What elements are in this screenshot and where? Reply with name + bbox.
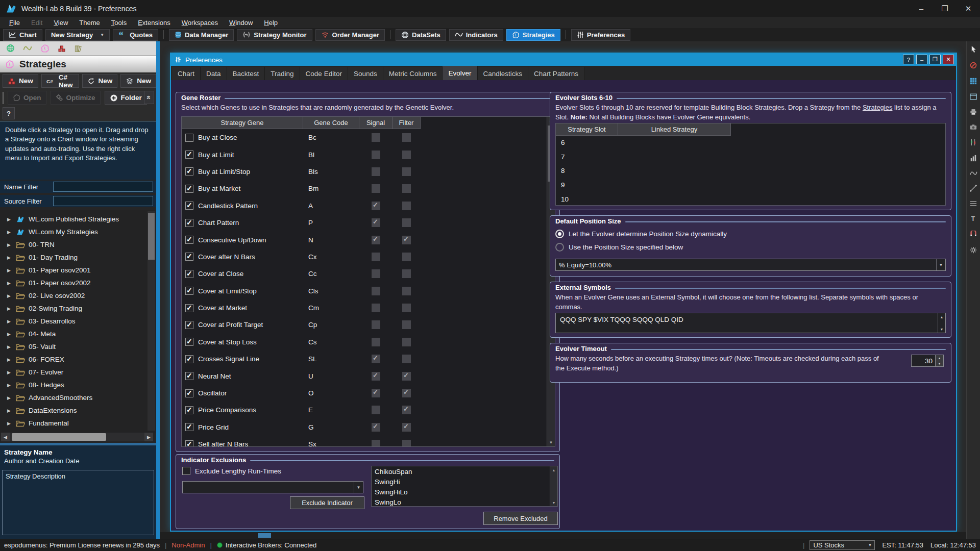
- chevron-right-icon[interactable]: ▶: [7, 370, 12, 375]
- gene-filter-checkbox[interactable]: [402, 423, 411, 432]
- prefs-maximize-button[interactable]: ❐: [929, 55, 941, 64]
- tool-fibonacci-icon[interactable]: [970, 201, 977, 207]
- column-header-strategy-slot[interactable]: Strategy Slot: [556, 123, 618, 136]
- slot-row-6[interactable]: 6: [556, 136, 945, 150]
- scroll-down-icon[interactable]: ▼: [938, 325, 945, 333]
- gene-enabled-checkbox[interactable]: [185, 253, 193, 261]
- scroll-up-icon[interactable]: ▲: [938, 313, 945, 320]
- gene-signal-checkbox[interactable]: [372, 440, 380, 446]
- scroll-left-icon[interactable]: ◀: [1, 433, 10, 441]
- tab-evolver[interactable]: Evolver: [443, 66, 477, 80]
- tool-candles-icon[interactable]: [970, 139, 977, 146]
- slot-row-10[interactable]: 10: [556, 192, 945, 206]
- books-icon[interactable]: [74, 44, 83, 53]
- menu-help[interactable]: Help: [259, 18, 283, 27]
- tool-bars-icon[interactable]: [970, 155, 977, 162]
- open-strategy-button[interactable]: Open: [8, 91, 46, 105]
- tool-printer-icon[interactable]: [970, 109, 977, 115]
- menu-file[interactable]: File: [4, 18, 25, 27]
- menu-extensions[interactable]: Extensions: [133, 18, 176, 27]
- gene-filter-checkbox[interactable]: [402, 355, 411, 363]
- wave-olive-icon[interactable]: [23, 45, 32, 52]
- chevron-down-icon[interactable]: ▼: [936, 259, 945, 270]
- chevron-right-icon[interactable]: ▶: [7, 268, 12, 273]
- gene-enabled-checkbox[interactable]: [185, 236, 193, 244]
- data-manager-button[interactable]: Data Manager: [169, 29, 234, 41]
- menu-tools[interactable]: Tools: [106, 18, 132, 27]
- chevron-right-icon[interactable]: ▶: [7, 255, 12, 260]
- chevron-right-icon[interactable]: ▶: [7, 421, 12, 426]
- optimize-button[interactable]: Optimize: [51, 91, 101, 105]
- app-restore-button[interactable]: ❐: [933, 0, 957, 17]
- external-symbols-textarea[interactable]: QQQ SPY $VIX TQQQ SQQQ QLD QID ▲ ▼: [555, 313, 946, 333]
- quotes-button[interactable]: “Quotes: [113, 29, 158, 41]
- gene-filter-checkbox[interactable]: [402, 133, 411, 142]
- app-minimize-button[interactable]: –: [910, 0, 933, 17]
- slot-row-9[interactable]: 9: [556, 178, 945, 192]
- menu-theme[interactable]: Theme: [74, 18, 105, 27]
- new-strategy-button-4[interactable]: New: [120, 74, 156, 88]
- gene-signal-checkbox[interactable]: [372, 269, 380, 278]
- scrollbar-thumb[interactable]: [258, 533, 271, 538]
- tree-item-01-day-trading[interactable]: ▶01- Day Trading: [0, 251, 156, 264]
- tab-data[interactable]: Data: [201, 67, 227, 80]
- gene-enabled-checkbox[interactable]: [185, 423, 193, 431]
- datasets-button[interactable]: DataSets: [396, 29, 446, 41]
- gene-signal-checkbox[interactable]: [372, 151, 380, 159]
- spinner[interactable]: ▲ ▼: [936, 355, 944, 367]
- gene-enabled-checkbox[interactable]: [185, 304, 193, 312]
- tab-backtest[interactable]: Backtest: [227, 67, 265, 80]
- gene-signal-checkbox[interactable]: [372, 133, 380, 142]
- gene-enabled-checkbox[interactable]: [185, 406, 193, 414]
- gene-signal-checkbox[interactable]: [372, 218, 380, 227]
- chevron-right-icon[interactable]: ▶: [7, 242, 12, 247]
- tool-gear-icon[interactable]: [970, 246, 977, 254]
- gene-enabled-checkbox[interactable]: [185, 219, 193, 227]
- tool-wave-gray-icon[interactable]: [970, 170, 977, 176]
- tree-item-05-vault[interactable]: ▶05- Vault: [0, 340, 156, 353]
- gene-filter-checkbox[interactable]: [402, 372, 411, 381]
- menu-view[interactable]: View: [48, 18, 73, 27]
- gene-signal-checkbox[interactable]: [372, 372, 380, 381]
- tree-vertical-scrollbar[interactable]: [148, 211, 155, 431]
- tool-text-icon[interactable]: T: [970, 215, 977, 222]
- spin-down-icon[interactable]: ▼: [936, 361, 943, 366]
- tool-cursor-icon[interactable]: [970, 45, 977, 53]
- tree-horizontal-scrollbar[interactable]: ◀ ▶: [1, 433, 153, 441]
- dynamic-position-radio[interactable]: [555, 230, 564, 238]
- textarea-scrollbar[interactable]: ▲ ▼: [938, 313, 945, 333]
- strategy-monitor-button[interactable]: Strategy Monitor: [237, 29, 312, 41]
- name-filter-input[interactable]: [53, 182, 153, 192]
- gene-signal-checkbox[interactable]: [372, 406, 380, 414]
- menu-edit[interactable]: Edit: [26, 18, 47, 27]
- chevron-right-icon[interactable]: ▶: [7, 408, 12, 413]
- gene-signal-checkbox[interactable]: [372, 167, 380, 176]
- gene-signal-checkbox[interactable]: [372, 304, 380, 312]
- gene-filter-checkbox[interactable]: [402, 269, 411, 278]
- scroll-down-icon[interactable]: ▼: [550, 499, 557, 506]
- excluded-indicator-chikouspan[interactable]: ChikouSpan: [372, 466, 557, 477]
- chevron-right-icon[interactable]: ▶: [7, 293, 12, 298]
- tool-magnet-icon[interactable]: [970, 231, 977, 238]
- gene-enabled-checkbox[interactable]: [185, 151, 193, 159]
- mdi-horizontal-scrollbar[interactable]: [160, 532, 966, 539]
- tab-candlesticks[interactable]: Candlesticks: [478, 67, 529, 80]
- tab-chart-patterns[interactable]: Chart Patterns: [528, 67, 584, 80]
- chevron-right-icon[interactable]: ▶: [7, 306, 12, 311]
- chart-button[interactable]: Chart: [3, 29, 42, 41]
- new-strategy-button-1[interactable]: New: [3, 74, 38, 88]
- scroll-up-icon[interactable]: ▲: [550, 466, 557, 473]
- scroll-right-icon[interactable]: ▶: [144, 433, 153, 441]
- chevron-right-icon[interactable]: ▶: [7, 230, 12, 235]
- gene-enabled-checkbox[interactable]: [185, 287, 193, 295]
- tree-item-08-hedges[interactable]: ▶08- Hedges: [0, 379, 156, 391]
- tree-item-06-forex[interactable]: ▶06- FOREX: [0, 353, 156, 366]
- gene-signal-checkbox[interactable]: [372, 184, 380, 193]
- excluded-indicators-list[interactable]: ChikouSpanSwingHiSwingHiLoSwingLo ▲ ▼: [371, 466, 558, 507]
- chevron-right-icon[interactable]: ▶: [7, 217, 12, 222]
- timeout-seconds-input[interactable]: 30 ▲ ▼: [911, 355, 944, 367]
- preferences-button[interactable]: Preferences: [571, 29, 630, 41]
- help-button[interactable]: ?: [3, 107, 15, 119]
- excluded-indicator-swinghilo[interactable]: SwingHiLo: [372, 487, 557, 497]
- tree-item-01-paper-osov2001[interactable]: ▶01- Paper osov2001: [0, 264, 156, 277]
